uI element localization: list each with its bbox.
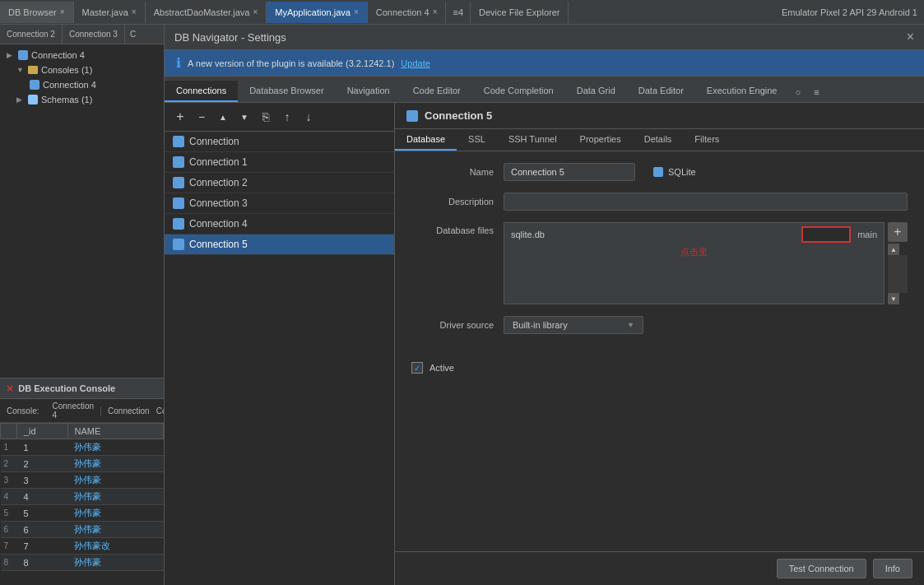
conn-list-label-1: Connection 1 [189,156,248,168]
detail-tab-ssh[interactable]: SSH Tunnel [497,129,569,151]
row-num: 7 [1,538,17,555]
move-up-btn[interactable]: ▲ [214,108,232,126]
test-connection-btn[interactable]: Test Connection [777,559,866,578]
info-btn[interactable]: Info [873,559,912,578]
row-id: 6 [17,522,68,538]
import-connection-btn[interactable]: ↑ [278,108,296,126]
row-id: 1 [17,439,68,456]
db-browser-tab[interactable]: DB Browser × [0,2,74,23]
connection4-tab[interactable]: Connection 4 × [368,2,447,23]
active-label: Active [429,363,454,373]
row-name: 孙伟豪改 [67,538,163,555]
conn-list-label-5: Connection 5 [189,239,248,250]
conn-list-label-4: Connection 4 [189,218,248,230]
conn-list-item-4[interactable]: Connection 4 [165,214,394,234]
detail-tab-ssl[interactable]: SSL [457,129,497,151]
table-row[interactable]: 88孙伟豪 [1,555,164,571]
conn-list-item-3[interactable]: Connection 3 [165,193,394,214]
add-db-file-btn[interactable]: + [888,222,908,242]
conn-detail-db-icon [406,110,418,122]
connection2-tab[interactable]: Connection 2 [0,25,63,44]
conn-list-label-2: Connection 2 [189,177,248,188]
driver-source-select[interactable]: Built-in library ▼ [504,316,643,334]
remove-connection-btn[interactable]: − [193,108,211,126]
detail-tab-details[interactable]: Details [633,129,684,151]
myapplication-tab[interactable]: MyApplication.java × [267,2,368,23]
schemas-icon [28,95,38,104]
exec-close-btn[interactable]: × [7,382,13,395]
col-id-header: _id [17,424,68,439]
console-conn-value: Connection 4 [52,402,94,420]
connection-detail-panel: Connection 5 Database SSL SSH Tunnel Pro… [395,103,924,585]
copy-connection-btn[interactable]: ⎘ [257,108,275,126]
tree-consoles[interactable]: ▼ Consoles (1) [0,63,164,77]
add-connection-btn[interactable]: + [171,108,189,126]
table-row[interactable]: 11孙伟豪 [1,439,164,456]
active-checkbox[interactable]: ✓ [411,362,423,374]
conn-list-item-0[interactable]: Connection [165,132,394,152]
move-down-btn[interactable]: ▼ [235,108,253,126]
tab-data-editor[interactable]: Data Editor [627,81,695,102]
tab-code-completion[interactable]: Code Completion [472,81,565,102]
tree-consoles-conn4[interactable]: Connection 4 [0,77,164,92]
tree-connection4[interactable]: ▶ Connection 4 [0,48,164,63]
scroll-up-btn[interactable]: ▲ [888,244,899,255]
tab-data-grid-label: Data Grid [577,86,615,95]
detail-tab-properties-label: Properties [580,134,621,144]
master-java-tab[interactable]: Master.java × [74,2,146,23]
device-file-tab[interactable]: Device File Explorer [471,2,569,23]
master-java-close[interactable]: × [132,7,137,16]
export-connection-btn[interactable]: ↓ [299,108,318,126]
tree-schemas[interactable]: ▶ Schemas (1) [0,92,164,107]
connection2-tab-label: Connection 2 [7,30,55,39]
table-row[interactable]: 22孙伟豪 [1,456,164,472]
detail-tab-database[interactable]: Database [395,129,457,151]
sqlite-db-icon [653,167,663,177]
detail-tab-filters[interactable]: Filters [683,129,731,151]
db-files-list: sqlite.db main 点击里 [504,222,885,304]
tree-consoles-conn4-label: Connection 4 [43,80,96,90]
row-num: 2 [1,456,17,472]
conn-list-icon-4 [173,218,184,230]
table-row[interactable]: 33孙伟豪 [1,472,164,489]
db-browser-tab-close[interactable]: × [60,7,65,16]
conn-list-icon-5 [173,239,184,250]
name-input[interactable] [504,163,635,181]
conn-list-item-1[interactable]: Connection 1 [165,152,394,173]
connections-list: ConnectionConnection 1Connection 2Connec… [165,132,394,585]
abstractdao-close[interactable]: × [253,7,258,16]
table-row[interactable]: 66孙伟豪 [1,522,164,538]
conn-list-item-2[interactable]: Connection 2 [165,173,394,193]
conn-list-item-5[interactable]: Connection 5 [165,234,394,255]
console-label: Console: [7,406,39,416]
connection3-tab[interactable]: Connection 3 [63,25,125,44]
tab-database-browser[interactable]: Database Browser [238,81,336,102]
detail-tab-properties[interactable]: Properties [569,129,633,151]
connection-c-tab[interactable]: C [125,25,141,44]
emulator-tab[interactable]: Emulator Pixel 2 API 29 Android 1 [775,2,924,23]
connection4-close[interactable]: × [433,7,438,16]
connection-c-label: C [130,30,136,39]
tab-navigation[interactable]: Navigation [336,81,402,102]
conn-detail-title: Connection 5 [425,109,492,122]
table-row[interactable]: 44孙伟豪 [1,489,164,505]
tab-execution-engine[interactable]: Execution Engine [695,81,789,102]
db-file-name-input[interactable] [801,226,851,243]
settings-close-btn[interactable]: × [907,30,914,44]
table-row[interactable]: 77孙伟豪改 [1,538,164,555]
db-error-text: 点击里 [504,246,884,262]
tab-data-grid[interactable]: Data Grid [565,81,627,102]
name-row: Name SQLite [411,163,908,181]
scroll-down-btn[interactable]: ▼ [888,293,899,304]
tab-connections[interactable]: Connections [165,81,238,102]
update-link[interactable]: Update [401,58,429,68]
description-input[interactable] [504,193,908,211]
tab-menu-icon[interactable]: ≡ [807,82,825,102]
table-row[interactable]: 55孙伟豪 [1,505,164,522]
tab-code-editor[interactable]: Code Editor [402,81,472,102]
myapplication-close[interactable]: × [354,7,359,16]
abstractdao-tab[interactable]: AbstractDaoMaster.java × [146,2,267,23]
active-checkmark: ✓ [414,364,420,373]
test-connection-label: Test Connection [789,564,854,573]
eq4-tab[interactable]: ≡4 [446,2,471,23]
